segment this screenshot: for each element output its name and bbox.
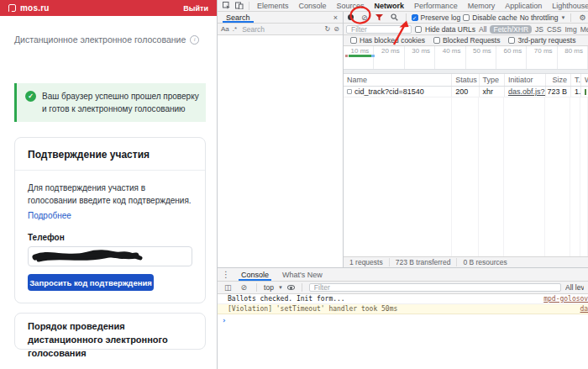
kebab-menu-icon[interactable]: ⋮: [218, 270, 234, 279]
console-drawer: ⋮ Console What's New ◫ ⊘ top ▼ All level…: [218, 267, 588, 369]
network-filter-bar: Hide data URLs All Fetch/XHR JS CSS Img …: [344, 24, 588, 35]
clear-network-log-icon[interactable]: ⊘: [359, 13, 370, 22]
devtools-tabbar: Elements Console Sources Network Perform…: [218, 0, 588, 12]
column-waterfall[interactable]: Wa..: [581, 74, 588, 86]
column-type[interactable]: Type: [480, 74, 505, 86]
clear-icon[interactable]: ⊘: [333, 25, 339, 33]
disable-cache-checkbox[interactable]: [463, 14, 470, 21]
requests-table-body: [344, 98, 588, 256]
search-pane: Search × Aa .* ↻ ⊘: [218, 12, 344, 267]
tab-performance[interactable]: Performance: [409, 2, 463, 10]
column-time[interactable]: T..: [571, 74, 581, 86]
regex-button[interactable]: .*: [233, 25, 237, 33]
voting-rules-title: Порядок проведения дистанционного электр…: [28, 321, 168, 358]
disable-cache-label[interactable]: Disable cache: [472, 13, 517, 22]
info-icon[interactable]: i: [190, 35, 199, 45]
search-input[interactable]: [240, 24, 321, 34]
request-time: 1..: [571, 87, 581, 97]
logout-button[interactable]: Выйти: [183, 4, 208, 13]
request-checkbox[interactable]: [347, 89, 352, 94]
tab-elements[interactable]: Elements: [252, 2, 294, 10]
close-icon[interactable]: ×: [328, 13, 343, 22]
third-party-requests-checkbox[interactable]: [508, 37, 515, 44]
chevron-down-icon[interactable]: ▼: [278, 285, 283, 290]
redacted-phone-scribble: [29, 247, 192, 266]
preserve-log-label[interactable]: Preserve log: [421, 13, 461, 22]
filter-type-img[interactable]: Img: [564, 25, 576, 34]
console-toolbar: ◫ ⊘ top ▼ All levels: [218, 282, 588, 294]
requests-table-header: Name Status Type Initiator Size T.. Wa..: [344, 74, 588, 87]
drawer-tab-whats-new[interactable]: What's New: [276, 268, 329, 281]
more-details-link[interactable]: Подробнее: [28, 211, 71, 220]
clear-console-icon[interactable]: ⊘: [239, 283, 250, 292]
filter-type-media[interactable]: Media: [580, 25, 588, 34]
request-waterfall-bar: [585, 89, 586, 95]
console-sidebar-icon[interactable]: ◫: [222, 283, 234, 292]
site-logo-text[interactable]: mos.ru: [20, 3, 50, 13]
filter-type-css[interactable]: CSS: [547, 25, 561, 34]
live-expression-eye-icon[interactable]: [287, 285, 295, 290]
tab-application[interactable]: Application: [500, 2, 547, 10]
chevron-down-icon[interactable]: ▼: [561, 15, 566, 20]
phone-field[interactable]: [28, 246, 192, 266]
search-tab[interactable]: Search: [221, 12, 255, 23]
hide-data-urls-checkbox[interactable]: [415, 26, 422, 33]
network-filter-input[interactable]: [349, 24, 408, 34]
device-toolbar-icon[interactable]: [233, 2, 246, 9]
filter-funnel-icon[interactable]: [373, 14, 386, 21]
voting-rules-card[interactable]: Порядок проведения дистанционного электр…: [14, 313, 206, 350]
hide-data-urls-label[interactable]: Hide data URLs: [425, 25, 475, 34]
blocked-requests-checkbox[interactable]: [433, 37, 440, 44]
page-title: Дистанционное электронное голосование i: [14, 34, 199, 45]
summary-resources: 0 B resources: [457, 258, 512, 266]
phone-label: Телефон: [28, 233, 192, 242]
console-prompt[interactable]: ›: [218, 314, 588, 324]
console-source-link[interactable]: das: [580, 305, 588, 313]
filter-type-js[interactable]: JS: [535, 25, 543, 34]
throttling-select[interactable]: No throttling: [520, 13, 559, 22]
blocked-requests-label[interactable]: Blocked Requests: [443, 36, 501, 45]
initiator-link[interactable]: das.obf.js?2021…: [508, 87, 546, 96]
divider: [406, 13, 407, 22]
filter-type-all[interactable]: All: [479, 25, 486, 34]
console-message: Ballots checked. Init form... mpd-goloso…: [218, 294, 588, 304]
network-conditions-icon[interactable]: ⚙: [576, 13, 588, 22]
request-code-button[interactable]: Запросить код подтверждения: [28, 274, 154, 291]
preserve-log-checkbox[interactable]: ✓: [412, 14, 418, 21]
record-network-log-button[interactable]: [348, 14, 354, 20]
console-source-link[interactable]: mpd-golosova: [543, 295, 588, 303]
column-name[interactable]: Name: [344, 74, 452, 86]
tab-sources[interactable]: Sources: [332, 2, 370, 10]
inspect-element-icon[interactable]: [220, 2, 233, 9]
search-controls: Aa .* ↻ ⊘: [218, 24, 343, 35]
third-party-requests-label[interactable]: 3rd-party requests: [517, 36, 575, 45]
confirmation-card-body: Для подтверждения участия в голосовании …: [15, 171, 205, 207]
request-type: xhr: [480, 87, 505, 97]
tab-network[interactable]: Network: [370, 2, 410, 10]
tab-lighthouse[interactable]: Lighthouse: [547, 2, 588, 10]
refresh-icon[interactable]: ↻: [325, 25, 331, 33]
match-case-button[interactable]: Aa: [221, 25, 229, 33]
summary-transferred: 723 B transferred: [390, 258, 458, 266]
filter-type-fetch-xhr[interactable]: Fetch/XHR: [490, 25, 532, 34]
console-message-text: Ballots checked. Init form...: [228, 295, 345, 303]
log-levels-select[interactable]: All levels: [565, 283, 584, 292]
request-row[interactable]: cid_track?cid=81540 200 xhr das.obf.js?2…: [344, 87, 588, 98]
network-overview-timeline[interactable]: 10 ms 20 ms 30 ms 40 ms 50 ms 60 ms 70 m…: [344, 46, 588, 74]
mos-logo-icon: [8, 4, 16, 12]
search-network-icon[interactable]: [388, 13, 401, 21]
tab-memory[interactable]: Memory: [463, 2, 501, 10]
console-filter-input[interactable]: [312, 282, 558, 293]
column-size[interactable]: Size: [546, 74, 571, 86]
context-select[interactable]: top: [264, 283, 274, 292]
has-blocked-cookies-checkbox[interactable]: [350, 37, 357, 44]
summary-requests: 1 requests: [344, 258, 390, 266]
overview-bottom-strip: [344, 69, 588, 73]
column-status[interactable]: Status: [452, 74, 479, 86]
column-initiator[interactable]: Initiator: [505, 74, 546, 86]
has-blocked-cookies-label[interactable]: Has blocked cookies: [360, 36, 425, 45]
network-checks-row: Has blocked cookies Blocked Requests 3rd…: [344, 35, 588, 46]
drawer-tab-console[interactable]: Console: [234, 268, 276, 281]
tab-console[interactable]: Console: [294, 2, 332, 10]
check-circle-icon: ✓: [25, 91, 36, 102]
